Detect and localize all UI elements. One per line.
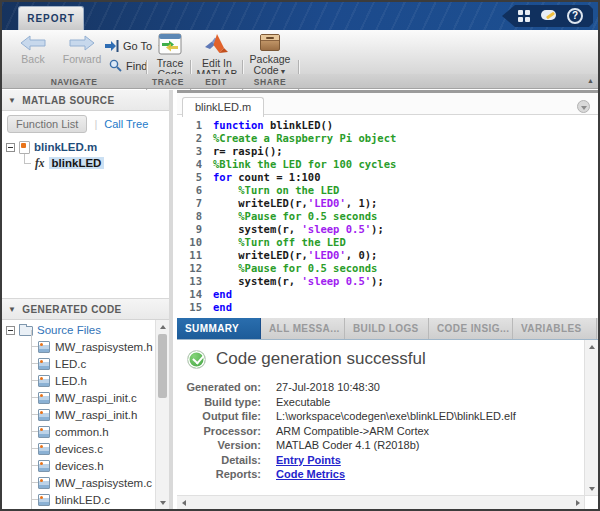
summary-heading-text: Code generation successful — [216, 349, 426, 369]
tab-build-logs[interactable]: BUILD LOGS — [345, 318, 429, 339]
file-item[interactable]: blinkLED.h — [2, 508, 154, 509]
code-segment: 'LED0' — [308, 249, 346, 261]
main-panel: blinkLED.m 1function blinkLED()2%Create … — [177, 90, 598, 509]
function-list-tab[interactable]: Function List — [7, 115, 87, 133]
editor-options-icon[interactable] — [577, 100, 590, 113]
toolbar: Back Forward Go To▼ Find Trace Code Edit… — [2, 30, 598, 74]
goto-icon — [105, 40, 119, 52]
trace-code-icon — [158, 33, 182, 55]
feedback-icon[interactable] — [541, 10, 556, 23]
code-line: 5for count = 1:100 — [177, 171, 598, 184]
find-button[interactable]: Find — [109, 59, 147, 72]
code-text: writeLED(r,'LED0', 0); — [213, 249, 377, 262]
tab-variables[interactable]: VARIABLES — [513, 318, 597, 339]
sidebar-scrollbar[interactable] — [155, 320, 169, 509]
summary-field-value: Executable — [276, 395, 330, 410]
file-item[interactable]: devices.h — [2, 457, 154, 474]
package-code-button[interactable]: Package Code▼ — [244, 34, 296, 77]
file-item-label: common.h — [55, 426, 109, 438]
titlebar-icon-group — [502, 5, 593, 27]
generated-code-header[interactable]: ▼ GENERATED CODE — [2, 299, 169, 320]
code-line: 6 %Turn on the LED — [177, 184, 598, 197]
code-segment: function — [213, 119, 264, 131]
trace-code-button[interactable]: Trace Code — [148, 33, 192, 79]
forward-button[interactable]: Forward — [58, 35, 106, 65]
collapse-box-icon[interactable] — [6, 326, 15, 335]
summary-field-row: Output file:L:\workspace\codegen\exe\bli… — [185, 409, 584, 424]
file-item[interactable]: MW_raspisystem.h — [2, 338, 154, 355]
edit-in-matlab-button[interactable]: Edit In MATLAB — [192, 33, 242, 79]
scroll-right-icon[interactable] — [571, 496, 583, 509]
summary-field-label: Version: — [185, 438, 261, 453]
file-item-label: MW_raspi_init.c — [55, 392, 137, 404]
collapse-box-icon[interactable] — [6, 143, 15, 152]
scroll-left-icon[interactable] — [178, 496, 190, 509]
source-file-icon — [38, 477, 50, 489]
code-line: 8 %Pause for 0.5 seconds — [177, 210, 598, 223]
line-number: 13 — [177, 275, 213, 288]
matlab-source-header[interactable]: ▼ MATLAB SOURCE — [2, 90, 169, 111]
tab-report[interactable]: REPORT — [18, 6, 84, 30]
scroll-up-icon[interactable] — [585, 341, 598, 353]
code-segment: r= raspi(); — [213, 145, 283, 157]
file-item[interactable]: blinkLED.c — [2, 491, 154, 508]
editor-tab-blinkled-m[interactable]: blinkLED.m — [182, 97, 264, 117]
tree-item-source-files[interactable]: Source Files — [2, 322, 154, 338]
code-segment: %Pause for 0.5 seconds — [213, 262, 377, 274]
file-item[interactable]: LED.c — [2, 355, 154, 372]
code-segment: system(r, — [213, 223, 302, 235]
file-item[interactable]: LED.h — [2, 372, 154, 389]
code-segment: %Turn off the LED — [213, 236, 346, 248]
code-segment: ); — [371, 223, 384, 235]
scroll-up-icon[interactable] — [156, 321, 169, 333]
scroll-down-icon[interactable] — [585, 482, 598, 494]
sidebar: ▼ MATLAB SOURCE Function List | Call Tre… — [2, 90, 173, 509]
generated-code-title: GENERATED CODE — [22, 304, 121, 315]
file-item[interactable]: MW_raspisystem.c — [2, 474, 154, 491]
file-item-label: devices.h — [55, 460, 104, 472]
file-item-label: MW_raspisystem.c — [55, 477, 152, 489]
file-item-label: LED.c — [55, 358, 86, 370]
scroll-down-icon[interactable] — [156, 496, 169, 508]
file-item[interactable]: MW_raspi_init.h — [2, 406, 154, 423]
matlab-source-tree: blinkLED.m fx blinkLED — [2, 136, 169, 299]
file-item[interactable]: common.h — [2, 423, 154, 440]
layout-grid-icon[interactable] — [518, 10, 530, 22]
summary-field-label: Processor: — [185, 424, 261, 439]
code-line: 9 system(r, 'sleep 0.5'); — [177, 223, 598, 236]
summary-field-label: Build type: — [185, 395, 261, 410]
caption-trace: TRACE — [146, 77, 190, 87]
tab-summary[interactable]: SUMMARY — [177, 318, 261, 339]
source-file-icon — [38, 426, 50, 438]
file-item[interactable]: devices.c — [2, 440, 154, 457]
code-segment: 'sleep 0.5' — [302, 223, 372, 235]
call-tree-tab[interactable]: Call Tree — [104, 118, 148, 130]
summary-heading: Code generation successful — [177, 340, 584, 369]
summary-vertical-scrollbar[interactable] — [584, 340, 598, 495]
code-text: function blinkLED() — [213, 119, 333, 132]
code-view[interactable]: 1function blinkLED()2%Create a Raspberry… — [177, 115, 598, 318]
summary-field-link[interactable]: Entry Points — [276, 453, 341, 468]
code-text: %Turn off the LED — [213, 236, 346, 249]
tab-code-insights[interactable]: CODE INSIG... — [429, 318, 513, 339]
tree-item-blinkled-function[interactable]: fx blinkLED — [6, 155, 169, 171]
summary-field-label: Generated on: — [185, 380, 261, 395]
back-button[interactable]: Back — [10, 35, 56, 65]
summary-field-link[interactable]: Code Metrics — [276, 467, 345, 482]
code-line: 14end — [177, 288, 598, 301]
code-segment: ); — [371, 275, 384, 287]
code-line: 2%Create a Raspberry Pi object — [177, 132, 598, 145]
line-number: 9 — [177, 223, 213, 236]
scrollbar-thumb[interactable] — [158, 334, 167, 398]
summary-horizontal-scrollbar[interactable] — [177, 495, 584, 509]
code-segment: , 1); — [346, 197, 378, 209]
tab-all-messages[interactable]: ALL MESSA... — [261, 318, 345, 339]
source-file-icon — [38, 392, 50, 404]
line-number: 2 — [177, 132, 213, 145]
file-item[interactable]: MW_raspi_init.c — [2, 389, 154, 406]
help-icon[interactable] — [567, 8, 583, 24]
editor-tabbar: blinkLED.m — [177, 90, 598, 115]
summary-field-value: L:\workspace\codegen\exe\blinkLED\blinkL… — [276, 409, 516, 424]
collapse-toolstrip-icon[interactable]: ▲ — [587, 77, 594, 84]
code-line: 10 %Turn off the LED — [177, 236, 598, 249]
